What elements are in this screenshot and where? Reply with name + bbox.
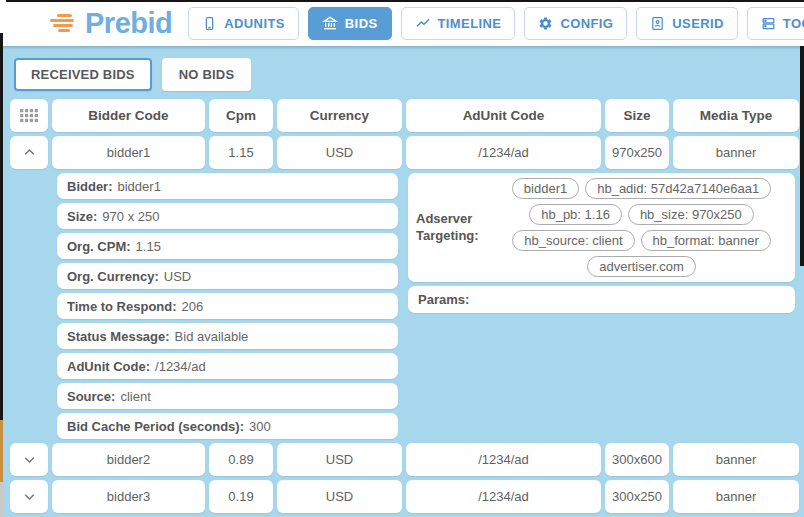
detail-org-cpm: Org. CPM:1.15	[57, 233, 398, 259]
screenshot-left-edge	[0, 33, 3, 420]
media-type-cell: banner	[673, 480, 799, 513]
detail-adunit-code: AdUnit Code:/1234/ad	[57, 353, 398, 379]
tab-received-bids[interactable]: RECEIVED BIDS	[14, 58, 152, 91]
chevron-up-icon	[21, 144, 38, 161]
nav-adunits-button[interactable]: ADUNITS	[188, 7, 299, 40]
bids-table: Bidder Code Cpm Currency AdUnit Code Siz…	[0, 99, 804, 513]
column-cpm: Cpm	[209, 99, 273, 132]
nav-label: ADUNITS	[224, 16, 285, 31]
nav-label: TOOLS	[783, 16, 804, 31]
params-label: Params:	[418, 292, 469, 307]
targeting-chip: hb_pb: 1.16	[529, 204, 622, 225]
nav-userid-button[interactable]: USERID	[636, 7, 738, 40]
collapse-row-button[interactable]	[10, 136, 48, 169]
nav-label: USERID	[672, 16, 724, 31]
adunit-code-cell: /1234/ad	[406, 443, 601, 476]
screenshot-top-edge	[6, 0, 804, 2]
currency-cell: USD	[277, 136, 402, 169]
adserver-targeting-label: Adserver Targeting:	[416, 211, 492, 245]
adserver-targeting-card: Adserver Targeting: bidder1 hb_adid: 57d…	[408, 173, 795, 282]
column-media-type: Media Type	[673, 99, 799, 132]
bid-detail-fields: Bidder:bidder1 Size:970 x 250 Org. CPM:1…	[57, 173, 398, 439]
bid-detail-right-column: Adserver Targeting: bidder1 hb_adid: 57d…	[408, 173, 795, 313]
screenshot-left-edge-ad	[0, 420, 3, 482]
expand-row-button[interactable]	[10, 443, 48, 476]
cpm-cell: 1.15	[209, 136, 273, 169]
timeline-icon	[415, 15, 431, 31]
size-cell: 300x250	[605, 480, 669, 513]
detail-bidder: Bidder:bidder1	[57, 173, 398, 199]
config-icon	[538, 16, 553, 31]
detail-size: Size:970 x 250	[57, 203, 398, 229]
bidder-code-cell: bidder3	[52, 480, 205, 513]
prebid-logo-icon	[50, 14, 76, 32]
media-type-cell: banner	[673, 443, 799, 476]
main-nav: ADUNITS BIDS TIMELINE CONFIG	[188, 7, 804, 40]
grid-handle-icon-cell	[10, 99, 48, 132]
detail-org-currency: Org. Currency:USD	[57, 263, 398, 289]
detail-bid-cache-period: Bid Cache Period (seconds):300	[57, 413, 398, 439]
nav-label: CONFIG	[560, 16, 613, 31]
adunits-icon	[202, 16, 217, 31]
detail-status-message: Status Message:Bid available	[57, 323, 398, 349]
screenshot-left-edge-gray	[0, 482, 3, 517]
targeting-chip: advertiser.com	[587, 256, 696, 277]
professor-prebid-popup: Prebid ADUNITS BIDS TIMELINE	[0, 0, 804, 513]
currency-cell: USD	[277, 443, 402, 476]
chevron-down-icon	[21, 451, 38, 468]
detail-time-to-respond: Time to Respond:206	[57, 293, 398, 319]
column-size: Size	[605, 99, 669, 132]
cpm-cell: 0.89	[209, 443, 273, 476]
targeting-chip: hb_source: client	[512, 230, 634, 251]
chevron-down-icon	[21, 488, 38, 505]
adunit-code-cell: /1234/ad	[406, 136, 601, 169]
expand-row-button[interactable]	[10, 480, 48, 513]
targeting-chip: hb_adid: 57d42a7140e6aa1	[585, 178, 771, 199]
column-currency: Currency	[277, 99, 402, 132]
tools-icon	[761, 16, 776, 31]
screenshot-right-edge	[800, 46, 804, 266]
targeting-chip: hb_size: 970x250	[628, 204, 754, 225]
adunit-code-cell: /1234/ad	[406, 480, 601, 513]
nav-config-button[interactable]: CONFIG	[524, 7, 627, 40]
userid-icon	[650, 16, 665, 31]
tab-no-bids[interactable]: NO BIDS	[162, 58, 252, 91]
nav-timeline-button[interactable]: TIMELINE	[401, 7, 516, 40]
bids-icon	[322, 15, 338, 31]
header: Prebid ADUNITS BIDS TIMELINE	[0, 0, 804, 46]
nav-bids-button[interactable]: BIDS	[308, 7, 392, 40]
media-type-cell: banner	[673, 136, 799, 169]
targeting-chip: bidder1	[512, 178, 579, 199]
brand: Prebid	[50, 7, 172, 40]
bidder-code-cell: bidder2	[52, 443, 205, 476]
cpm-cell: 0.19	[209, 480, 273, 513]
bid-details-panel: Bidder:bidder1 Size:970 x 250 Org. CPM:1…	[57, 173, 799, 439]
targeting-chips: bidder1 hb_adid: 57d42a7140e6aa1 hb_pb: …	[496, 178, 787, 277]
nav-label: BIDS	[345, 16, 378, 31]
size-cell: 300x600	[605, 443, 669, 476]
size-cell: 970x250	[605, 136, 669, 169]
detail-source: Source:client	[57, 383, 398, 409]
nav-label: TIMELINE	[438, 16, 502, 31]
params-card: Params:	[408, 286, 795, 313]
targeting-chip: hb_format: banner	[641, 230, 771, 251]
currency-cell: USD	[277, 480, 402, 513]
grid-icon	[20, 109, 38, 122]
column-adunit-code: AdUnit Code	[406, 99, 601, 132]
column-bidder-code: Bidder Code	[52, 99, 205, 132]
nav-tools-button[interactable]: TOOLS	[747, 7, 804, 40]
bidder-code-cell: bidder1	[52, 136, 205, 169]
bids-tabs: RECEIVED BIDS NO BIDS	[0, 46, 804, 99]
brand-name: Prebid	[85, 7, 172, 40]
